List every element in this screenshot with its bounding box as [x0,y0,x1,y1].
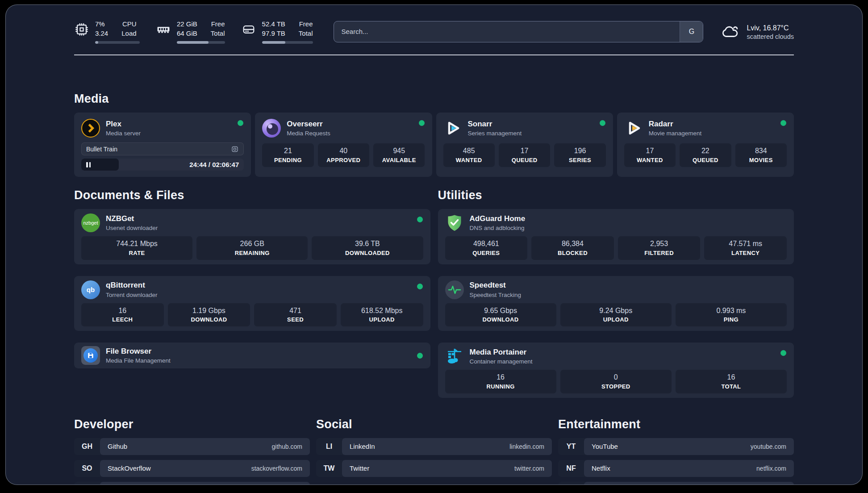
filebrowser-card[interactable]: File Browser Media File Management [74,343,430,368]
disk-stat: 52.4 TB 97.9 TB Free Total [241,19,313,44]
plex-card[interactable]: Plex Media server Bullet Train [74,113,251,177]
bookmark-netflix[interactable]: NF Netflix netflix.com [558,460,794,477]
now-playing-title: Bullet Train [86,146,117,153]
bookmark-abbr: LI [316,438,342,455]
nzbget-card[interactable]: nzbget NZBGet Usenet downloader 744.21 M… [74,209,430,264]
bookmark-linkedin[interactable]: LI LinkedIn linkedin.com [316,438,552,455]
plex-subtitle: Media server [106,130,141,137]
stat-box: 266 GB REMAINING [196,236,308,260]
bookmark-abbr: NF [558,460,584,477]
memory-total-label: Total [211,29,225,38]
nzbget-title: NZBGet [106,214,158,223]
memory-free-label: Free [211,19,225,29]
nzbget-status-dot [417,217,423,222]
stat-box: 2,953 FILTERED [618,236,701,260]
stat-box: 16 LEECH [81,303,164,327]
playback-progress-bar[interactable]: 24:44 / 02:06:47 [81,159,244,171]
sonarr-card[interactable]: Sonarr Series management 485 WANTED 17 Q… [436,113,613,177]
speedtest-subtitle: Speedtest Tracking [470,292,522,298]
memory-total-value: 64 GiB [177,29,197,38]
entertainment-section: Entertainment YT YouTube youtube.com NF … [558,418,794,485]
stat-box: 16 RUNNING [445,370,556,393]
qbittorrent-subtitle: Torrent downloader [106,292,158,298]
pause-button[interactable] [81,159,119,171]
radarr-title: Radarr [649,120,702,129]
bookmark-name: YouTube [592,443,618,450]
stat-box: 1.19 Gbps DOWNLOAD [168,303,250,327]
overseerr-title: Overseerr [287,120,330,129]
bookmark-abbr: RE [558,482,584,485]
speedtest-card[interactable]: Speedtest Speedtest Tracking 9.65 Gbps D… [438,276,794,331]
stat-box: 744.21 Mbps RATE [81,236,192,260]
bookmark-url: github.com [272,443,302,450]
social-section-title: Social [316,418,552,431]
weather-location-temp: Lviv, 16.87°C [747,23,794,33]
developer-section: Developer GH Github github.com SO StackO… [74,418,310,485]
stat-box: 618.52 Mbps UPLOAD [341,303,423,327]
radarr-status-dot [780,120,786,126]
radarr-card[interactable]: Radarr Movie management 17 WANTED 22 QUE… [617,113,794,177]
stat-box: 0 STOPPED [560,370,672,393]
cpu-icon [74,22,89,37]
adguard-card[interactable]: AdGuard Home DNS and adblocking 498,461 … [438,209,794,264]
bookmark-twitter[interactable]: TW Twitter twitter.com [316,460,552,477]
bookmark-reddit[interactable]: RE Reddit reddit.com [558,482,794,485]
disk-total-value: 97.9 TB [262,29,285,38]
bookmark-abbr: GH [74,438,100,455]
bookmark-dev[interactable]: DT DEV dev.to [74,482,310,485]
load-label: Load [121,29,136,38]
media-section: Media Plex Media server [74,92,794,177]
bookmark-youtube[interactable]: YT YouTube youtube.com [558,438,794,455]
memory-progress-bar [177,41,225,44]
stat-box: 17 QUEUED [499,143,550,167]
playback-time: 24:44 / 02:06:47 [189,161,239,168]
portainer-card[interactable]: Media Portainer Container management 16 … [438,343,794,398]
stat-box: 40 APPROVED [318,143,369,167]
bookmark-url: linkedin.com [509,443,544,450]
search-engine-button[interactable]: G [680,21,703,42]
sonarr-subtitle: Series management [468,130,522,137]
now-playing-strip: Bullet Train [81,142,244,155]
qbittorrent-status-dot [417,284,423,289]
disk-icon [241,22,256,37]
stat-box: 0.993 ms PING [676,303,787,327]
cpu-stat: 7% 3.24 CPU Load [74,19,140,44]
filebrowser-title: File Browser [106,347,171,356]
plex-title: Plex [106,120,141,129]
stat-box: 16 TOTAL [676,370,787,393]
stat-box: 22 QUEUED [680,143,731,167]
social-section: Social LI LinkedIn linkedin.com TW Twitt… [316,418,552,485]
weather-widget: Lviv, 16.87°C scattered clouds [721,22,794,41]
filebrowser-subtitle: Media File Management [106,357,171,364]
bookmark-github[interactable]: GH Github github.com [74,438,310,455]
stat-box: 17 WANTED [624,143,676,167]
memory-free-value: 22 GiB [177,19,197,29]
bookmark-url: twitter.com [514,465,544,472]
session-video-icon [231,145,239,153]
bookmark-stackoverflow[interactable]: SO StackOverflow stackoverflow.com [74,460,310,477]
bookmark-name: StackOverflow [108,464,151,472]
utilities-section-title: Utilities [438,188,794,202]
stat-box: 485 WANTED [443,143,495,167]
disk-free-value: 52.4 TB [262,19,285,29]
qbittorrent-card[interactable]: qb qBittorrent Torrent downloader 16 LEE… [74,276,430,331]
entertainment-section-title: Entertainment [558,418,794,431]
bookmark-url: netflix.com [756,465,786,472]
qbittorrent-title: qBittorrent [106,281,158,290]
overseerr-card[interactable]: Overseerr Media Requests 21 PENDING 40 A… [255,113,432,177]
stat-box: 9.24 Gbps UPLOAD [560,303,672,327]
memory-icon [156,22,171,37]
search-input[interactable] [334,21,680,42]
adguard-icon [445,213,464,232]
filebrowser-icon [81,346,100,365]
disk-progress-bar [262,41,313,44]
search-bar: G [334,21,704,42]
stat-box: 196 SERIES [554,143,605,167]
bookmark-name: LinkedIn [350,443,375,450]
stat-box: 945 AVAILABLE [373,143,425,167]
cpu-load-value: 3.24 [95,29,108,38]
stat-box: 21 PENDING [262,143,313,167]
media-section-title: Media [74,92,794,106]
stat-box: 86,384 BLOCKED [531,236,614,260]
nzbget-icon: nzbget [81,213,100,232]
